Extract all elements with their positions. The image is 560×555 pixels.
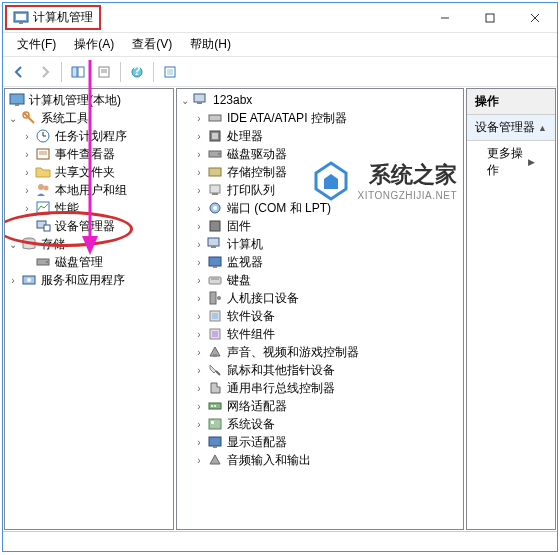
expand-icon[interactable]: › bbox=[21, 184, 33, 196]
expand-icon[interactable]: › bbox=[193, 274, 205, 286]
computer-mgmt-icon bbox=[9, 92, 25, 108]
properties-button[interactable] bbox=[92, 60, 116, 84]
device-category[interactable]: ›存储控制器 bbox=[179, 163, 461, 181]
menu-help[interactable]: 帮助(H) bbox=[182, 34, 239, 55]
tree-label: 鼠标和其他指针设备 bbox=[225, 362, 337, 379]
expand-icon[interactable]: › bbox=[193, 382, 205, 394]
svg-rect-46 bbox=[212, 193, 218, 195]
tree-system-tools[interactable]: ⌄ 系统工具 bbox=[7, 109, 171, 127]
expand-icon[interactable]: › bbox=[193, 148, 205, 160]
expand-icon[interactable]: › bbox=[193, 346, 205, 358]
expand-icon[interactable]: › bbox=[193, 292, 205, 304]
expand-icon[interactable]: › bbox=[193, 418, 205, 430]
clock-icon bbox=[35, 128, 51, 144]
expand-icon[interactable]: › bbox=[193, 238, 205, 250]
expand-icon[interactable]: › bbox=[193, 454, 205, 466]
show-hide-tree-button[interactable] bbox=[66, 60, 90, 84]
menu-file[interactable]: 文件(F) bbox=[9, 34, 64, 55]
device-category[interactable]: ›计算机 bbox=[179, 235, 461, 253]
expand-icon[interactable]: › bbox=[193, 202, 205, 214]
forward-button[interactable] bbox=[33, 60, 57, 84]
expand-icon[interactable]: › bbox=[193, 112, 205, 124]
svg-point-66 bbox=[211, 405, 213, 407]
tree-disk-management[interactable]: 磁盘管理 bbox=[7, 253, 171, 271]
tree-label: 磁盘驱动器 bbox=[225, 146, 289, 163]
expand-icon[interactable]: › bbox=[193, 256, 205, 268]
tree-label: 存储控制器 bbox=[225, 164, 289, 181]
titlebar: 计算机管理 bbox=[3, 3, 557, 33]
device-category[interactable]: ›键盘 bbox=[179, 271, 461, 289]
back-button[interactable] bbox=[7, 60, 31, 84]
tree-device-manager[interactable]: 设备管理器 bbox=[7, 217, 171, 235]
svg-rect-52 bbox=[209, 257, 221, 266]
svg-rect-19 bbox=[15, 104, 19, 106]
device-category-icon bbox=[207, 452, 223, 468]
expand-icon[interactable]: › bbox=[193, 220, 205, 232]
device-category[interactable]: ›声音、视频和游戏控制器 bbox=[179, 343, 461, 361]
tree-local-users[interactable]: › 本地用户和组 bbox=[7, 181, 171, 199]
device-tree-pane[interactable]: 系统之家 XITONGZHIJIA.NET ⌄ 123abx ›IDE ATA/… bbox=[176, 88, 464, 530]
device-category[interactable]: ›监视器 bbox=[179, 253, 461, 271]
svg-text:?: ? bbox=[133, 65, 140, 78]
expander-spacer bbox=[21, 256, 33, 268]
minimize-button[interactable] bbox=[422, 4, 467, 32]
device-category[interactable]: ›磁盘驱动器 bbox=[179, 145, 461, 163]
svg-point-67 bbox=[214, 405, 216, 407]
expand-icon[interactable]: › bbox=[21, 148, 33, 160]
device-category[interactable]: ›处理器 bbox=[179, 127, 461, 145]
expand-icon[interactable]: › bbox=[193, 364, 205, 376]
device-category[interactable]: ›通用串行总线控制器 bbox=[179, 379, 461, 397]
menu-view[interactable]: 查看(V) bbox=[124, 34, 180, 55]
expand-icon[interactable]: › bbox=[193, 436, 205, 448]
more-actions-item[interactable]: 更多操作 ▶ bbox=[467, 141, 555, 183]
tree-label: 服务和应用程序 bbox=[39, 272, 127, 289]
tree-performance[interactable]: › 性能 bbox=[7, 199, 171, 217]
tree-label: IDE ATA/ATAPI 控制器 bbox=[225, 110, 349, 127]
svg-rect-71 bbox=[213, 446, 217, 448]
tree-storage[interactable]: ⌄ 存储 bbox=[7, 235, 171, 253]
collapse-icon[interactable]: ⌄ bbox=[179, 94, 191, 106]
expand-icon[interactable]: › bbox=[193, 400, 205, 412]
tree-task-scheduler[interactable]: › 任务计划程序 bbox=[7, 127, 171, 145]
menu-action[interactable]: 操作(A) bbox=[66, 34, 122, 55]
device-category[interactable]: ›显示适配器 bbox=[179, 433, 461, 451]
left-tree-pane[interactable]: 计算机管理(本地) ⌄ 系统工具 › 任务计划程序 › 事件查看器 bbox=[4, 88, 174, 530]
tree-label: 网络适配器 bbox=[225, 398, 289, 415]
device-category[interactable]: ›系统设备 bbox=[179, 415, 461, 433]
device-category-icon bbox=[207, 290, 223, 306]
expand-icon[interactable]: › bbox=[21, 166, 33, 178]
tree-event-viewer[interactable]: › 事件查看器 bbox=[7, 145, 171, 163]
device-category[interactable]: ›端口 (COM 和 LPT) bbox=[179, 199, 461, 217]
expand-icon[interactable]: › bbox=[7, 274, 19, 286]
expand-icon[interactable]: › bbox=[21, 130, 33, 142]
expand-icon[interactable]: › bbox=[193, 184, 205, 196]
maximize-button[interactable] bbox=[467, 4, 512, 32]
help-button[interactable]: ? bbox=[125, 60, 149, 84]
device-category[interactable]: ›鼠标和其他指针设备 bbox=[179, 361, 461, 379]
toolbar-separator bbox=[61, 62, 62, 82]
refresh-button[interactable] bbox=[158, 60, 182, 84]
tree-services-apps[interactable]: › 服务和应用程序 bbox=[7, 271, 171, 289]
collapse-icon[interactable]: ⌄ bbox=[7, 238, 19, 250]
device-category[interactable]: ›打印队列 bbox=[179, 181, 461, 199]
expand-icon[interactable]: › bbox=[193, 166, 205, 178]
expand-icon[interactable]: › bbox=[193, 328, 205, 340]
device-category-icon bbox=[207, 308, 223, 324]
device-category[interactable]: ›音频输入和输出 bbox=[179, 451, 461, 469]
close-button[interactable] bbox=[512, 4, 557, 32]
device-category[interactable]: ›软件组件 bbox=[179, 325, 461, 343]
tree-shared-folders[interactable]: › 共享文件夹 bbox=[7, 163, 171, 181]
expand-icon[interactable]: › bbox=[21, 202, 33, 214]
collapse-icon[interactable]: ⌄ bbox=[7, 112, 19, 124]
tree-root-local[interactable]: 计算机管理(本地) bbox=[7, 91, 171, 109]
device-category[interactable]: ›IDE ATA/ATAPI 控制器 bbox=[179, 109, 461, 127]
expand-icon[interactable]: › bbox=[193, 130, 205, 142]
expand-icon[interactable]: › bbox=[193, 310, 205, 322]
device-category[interactable]: ›网络适配器 bbox=[179, 397, 461, 415]
actions-context[interactable]: 设备管理器 ▲ bbox=[467, 115, 555, 141]
device-category[interactable]: ›软件设备 bbox=[179, 307, 461, 325]
svg-rect-51 bbox=[211, 246, 216, 248]
device-category[interactable]: ›人机接口设备 bbox=[179, 289, 461, 307]
device-tree-root[interactable]: ⌄ 123abx bbox=[179, 91, 461, 109]
device-category[interactable]: ›固件 bbox=[179, 217, 461, 235]
